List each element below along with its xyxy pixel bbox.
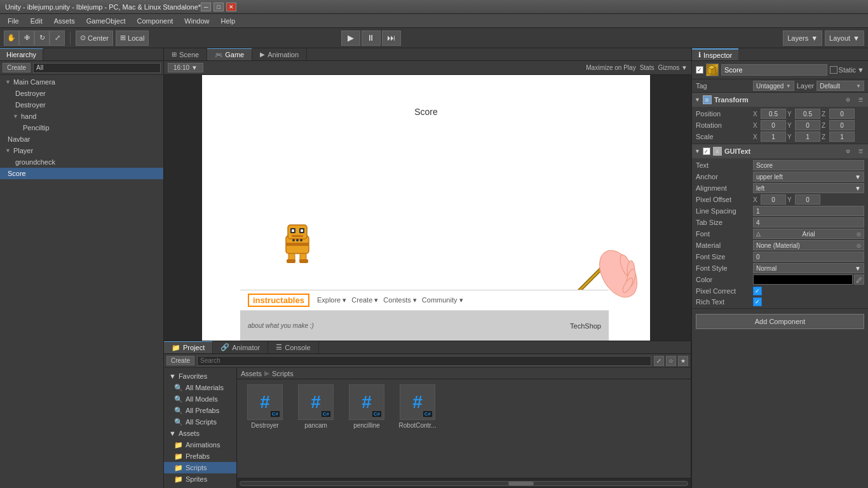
rotation-z-input[interactable] [829,120,855,130]
font-size-input[interactable] [753,252,864,262]
sidebar-sprites[interactable]: 📁 Sprites [164,473,236,485]
tree-item-destroyer-2[interactable]: Destroyer [0,99,163,111]
center-button[interactable]: ⊙ Center [76,30,113,46]
stats-button[interactable]: Stats [640,64,654,71]
font-object-field[interactable]: △ Arial ◎ [753,229,864,239]
sidebar-scripts[interactable]: 📁 Scripts [164,462,236,473]
pixel-offset-x-input[interactable] [761,194,786,205]
project-create-button[interactable]: Create [166,356,194,365]
material-object-field[interactable]: None (Material) ◎ [753,240,864,250]
pause-button[interactable]: ⏸ [362,30,381,46]
static-checkbox[interactable] [830,66,837,74]
alignment-dropdown[interactable]: left ▼ [753,183,864,193]
gizmos-dropdown[interactable]: Gizmos ▼ [658,64,688,71]
file-destroyer[interactable]: # C# Destroyer [242,384,288,429]
sidebar-all-materials[interactable]: 🔍 All Materials [164,382,236,393]
layers-dropdown[interactable]: Layers ▼ [783,30,822,46]
layer-dropdown[interactable]: Default ▼ [817,81,864,91]
rotation-y-input[interactable] [795,120,820,130]
close-button[interactable]: ✕ [226,3,236,11]
hierarchy-search-input[interactable] [33,63,161,73]
guitext-settings-button[interactable]: ⚙ [843,147,853,156]
file-pancam[interactable]: # C# pancam [293,384,339,429]
tree-item-groundcheck[interactable]: groundcheck [0,156,163,168]
hand-tool-button[interactable]: ✋ [4,30,19,46]
tree-item-penciltip[interactable]: Penciltip [0,122,163,133]
project-tab[interactable]: 📁 Project [164,341,213,353]
project-search-input[interactable] [197,356,651,366]
tree-item-player[interactable]: ▼ Player [0,145,163,156]
menu-assets[interactable]: Assets [49,16,80,26]
maximize-on-play-button[interactable]: Maximize on Play [586,64,635,71]
transform-menu-button[interactable]: ☰ [855,95,865,104]
game-tab[interactable]: 🎮 Game [207,48,252,60]
menu-gameobject[interactable]: GameObject [81,16,131,26]
scrollbar-thumb[interactable] [508,482,534,485]
maximize-button[interactable]: □ [214,3,224,11]
tag-dropdown[interactable]: Untagged ▼ [753,81,794,91]
console-tab[interactable]: ☰ Console [268,341,318,353]
scrollbar-track[interactable] [240,481,688,486]
position-z-input[interactable] [829,109,855,119]
sidebar-all-prefabs[interactable]: 🔍 All Prefabs [164,405,236,416]
minimize-button[interactable]: ─ [201,3,211,11]
text-input[interactable] [753,160,864,170]
sidebar-all-scripts[interactable]: 🔍 All Scripts [164,416,236,428]
scale-y-input[interactable] [795,132,820,142]
scale-x-input[interactable] [761,132,786,142]
aspect-dropdown[interactable]: 16:10 ▼ [168,63,203,72]
rotation-x-input[interactable] [761,120,786,130]
project-icon-btn-2[interactable]: ☆ [666,356,676,366]
scale-tool-button[interactable]: ⤢ [50,30,65,46]
local-button[interactable]: ⊞ Local [116,30,149,46]
add-component-button[interactable]: Add Component [696,314,864,329]
animator-tab[interactable]: 🔗 Animator [213,341,268,353]
project-icon-btn-1[interactable]: ⤢ [654,356,664,366]
file-pencilline[interactable]: # C# pencilline [344,384,390,429]
inspector-tab[interactable]: ℹ Inspector [692,48,738,60]
position-x-input[interactable] [761,109,786,119]
rich-text-checkbox[interactable]: ✓ [753,297,762,306]
pixel-offset-y-input[interactable] [795,194,820,205]
line-spacing-input[interactable] [753,206,864,216]
tree-item-destroyer-1[interactable]: Destroyer [0,88,163,99]
menu-help[interactable]: Help [215,16,240,26]
object-name-input[interactable] [721,64,827,76]
tree-item-navbar[interactable]: Navbar [0,133,163,145]
move-tool-button[interactable]: ✙ [19,30,34,46]
rotate-tool-button[interactable]: ↻ [34,30,50,46]
menu-window[interactable]: Window [179,16,214,26]
animation-tab[interactable]: ▶ Animation [252,48,307,60]
tree-item-score[interactable]: Score [0,168,163,179]
menu-file[interactable]: File [3,16,24,26]
pixel-correct-checkbox[interactable]: ✓ [753,287,762,295]
scene-tab[interactable]: ⊞ Scene [164,48,207,60]
play-button[interactable]: ▶ [341,30,360,46]
transform-header[interactable]: ▼ ⊞ Transform ⚙ ☰ [692,93,868,107]
guitext-enabled-checkbox[interactable]: ✓ [703,147,710,155]
transform-settings-button[interactable]: ⚙ [843,95,853,104]
tree-item-main-camera[interactable]: ▼ Main Camera [0,76,163,88]
tab-size-input[interactable] [753,217,864,227]
font-style-dropdown[interactable]: Normal ▼ [753,263,864,273]
guitext-header[interactable]: ▼ ✓ A GUIText ⚙ ☰ [692,144,868,158]
project-icon-btn-3[interactable]: ★ [678,356,688,366]
menu-component[interactable]: Component [132,16,178,26]
sidebar-all-models[interactable]: 🔍 All Models [164,393,236,405]
hierarchy-tab[interactable]: Hierarchy [0,48,43,60]
color-eyedropper-button[interactable]: 🖉 [854,274,864,285]
tree-item-hand[interactable]: ▼ hand [0,111,163,122]
layout-dropdown[interactable]: Layout ▼ [825,30,864,46]
file-robotcontroller[interactable]: # C# RobotContr... [395,384,440,429]
hierarchy-create-button[interactable]: Create [3,63,31,72]
step-button[interactable]: ⏭ [382,30,401,46]
scale-z-input[interactable] [829,132,855,142]
color-swatch[interactable] [753,274,853,285]
sidebar-prefabs[interactable]: 📁 Prefabs [164,451,236,462]
guitext-menu-button[interactable]: ☰ [855,147,865,156]
menu-edit[interactable]: Edit [25,16,48,26]
position-y-input[interactable] [795,109,820,119]
object-active-checkbox[interactable]: ✓ [696,66,703,74]
sidebar-animations[interactable]: 📁 Animations [164,439,236,451]
anchor-dropdown[interactable]: upper left ▼ [753,172,864,182]
